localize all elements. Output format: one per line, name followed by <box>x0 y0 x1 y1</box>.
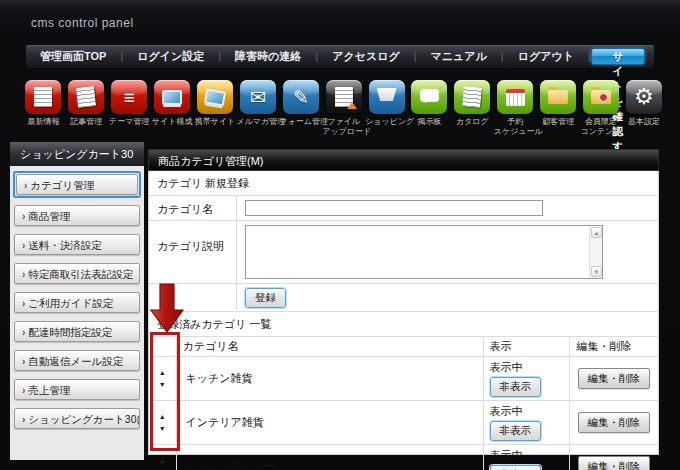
nav-access-log[interactable]: アクセスログ <box>318 49 414 64</box>
nav-manual[interactable]: マニュアル <box>417 49 501 64</box>
sidebar-active-highlight: ›カテゴリ管理 <box>13 171 141 198</box>
scroll-up-icon[interactable]: ▲ <box>591 227 602 238</box>
check-site-button[interactable]: サイトを確認する <box>591 48 645 65</box>
chevron-right-icon: › <box>22 298 25 309</box>
menu-news[interactable]: 最新情報 <box>22 80 65 137</box>
catalog-icon <box>454 80 490 114</box>
sidebar-item-delivery-time[interactable]: ›配達時間指定設定 <box>14 321 140 342</box>
category-name-input[interactable] <box>245 200 543 216</box>
menu-bbs[interactable]: 掲示板 <box>408 80 451 137</box>
hide-button[interactable]: 非表示 <box>490 465 542 470</box>
menu-mobile-site[interactable]: 携帯サイト <box>194 80 237 137</box>
category-name: インテリアグリーン <box>176 445 483 470</box>
sidebar-item-guide[interactable]: ›ご利用ガイド設定 <box>14 292 140 313</box>
menu-basic-settings[interactable]: ⚙ 基本設定 <box>622 80 665 137</box>
move-up-button[interactable]: ▲ <box>159 413 166 420</box>
sidebar-item-products[interactable]: ›商品管理 <box>14 205 140 226</box>
status-label: 表示中 <box>490 448 569 463</box>
file-upload-icon <box>326 80 362 114</box>
chevron-right-icon: › <box>22 414 25 425</box>
articles-icon <box>68 80 104 114</box>
monitor-icon <box>154 80 190 114</box>
register-button[interactable]: 登録 <box>245 288 286 308</box>
category-description-textarea[interactable]: ▲ ▼ <box>245 225 603 279</box>
menu-shopping[interactable]: ショッピング <box>365 80 408 137</box>
sidebar-title: ショッピングカート30 <box>10 142 144 166</box>
app-title: cms control panel <box>31 16 134 30</box>
category-name-label: カテゴリ名 <box>149 196 237 220</box>
menu-catalog[interactable]: カタログ <box>451 80 494 137</box>
customer-folder-icon <box>540 80 576 114</box>
pencil-form-icon: ✎ <box>283 80 319 114</box>
menu-reservation[interactable]: 予約スケジュール <box>494 80 537 137</box>
nav-trouble-contact[interactable]: 障害時の連絡 <box>221 49 315 64</box>
nav-admin-top[interactable]: 管理画面TOP <box>26 49 120 64</box>
move-down-button[interactable]: ▼ <box>159 381 166 388</box>
sidebar: ショッピングカート30 ›カテゴリ管理 ›商品管理 ›送料・決済設定 ›特定商取… <box>10 142 144 460</box>
main-panel: 商品カテゴリ管理(M) カテゴリ 新規登録 カテゴリ名 カテゴリ説明 ▲ ▼ <box>148 149 659 455</box>
move-down-button[interactable]: ▼ <box>159 425 166 432</box>
menu-members-only[interactable]: 会員限定コンテンツ <box>580 80 623 137</box>
edit-delete-button[interactable]: 編集・削除 <box>578 412 651 433</box>
submit-spacer <box>149 284 237 310</box>
menu-forms[interactable]: ✎ フォーム管理 <box>279 80 322 137</box>
category-table: カテゴリ名 表示 編集・削除 ▲ ▼ キッチン雑貨 表示中 非表示 編集・削除 <box>149 337 658 470</box>
edit-column-header: 編集・削除 <box>569 337 658 357</box>
calendar-icon <box>497 80 533 114</box>
menu-file-upload[interactable]: ファイルアップロード <box>322 80 365 137</box>
nav-logout[interactable]: ログアウト <box>504 49 588 64</box>
menu-mailmag[interactable]: ✉ メルマガ管理 <box>236 80 279 137</box>
menu-customers[interactable]: 顧客管理 <box>537 80 580 137</box>
news-icon <box>25 80 61 114</box>
move-up-button[interactable]: ▲ <box>159 457 166 464</box>
sidebar-item-tokushoho[interactable]: ›特定商取引法表記設定 <box>14 263 140 284</box>
top-navbar: 管理画面TOP | ログイン設定 | 障害時の連絡 | アクセスログ | マニュ… <box>25 44 655 69</box>
show-column-header: 表示 <box>483 337 569 357</box>
status-label: 表示中 <box>490 404 569 419</box>
gear-icon: ⚙ <box>626 80 662 114</box>
new-category-section-title: カテゴリ 新規登録 <box>149 171 658 196</box>
menu-theme[interactable]: ≡ テーマ管理 <box>108 80 151 137</box>
table-row: ▲ ▼ インテリア雑貨 表示中 非表示 編集・削除 <box>149 401 658 445</box>
move-up-button[interactable]: ▲ <box>159 369 166 376</box>
table-row: ▲ ▼ インテリアグリーン 表示中 非表示 編集・削除 <box>149 445 658 470</box>
category-desc-label: カテゴリ説明 <box>149 221 237 283</box>
theme-list-icon: ≡ <box>111 80 147 114</box>
category-list-section-title: 登録済みカテゴリ 一覧 <box>149 312 658 337</box>
laptop-icon <box>197 80 233 114</box>
category-name: インテリア雑貨 <box>176 401 483 445</box>
hide-button[interactable]: 非表示 <box>490 377 542 397</box>
status-label: 表示中 <box>490 360 569 375</box>
sidebar-item-shipping-payment[interactable]: ›送料・決済設定 <box>14 234 140 255</box>
sidebar-item-category[interactable]: ›カテゴリ管理 <box>16 174 138 195</box>
chevron-right-icon: › <box>22 327 25 338</box>
chevron-right-icon: › <box>22 240 25 251</box>
menu-site-structure[interactable]: サイト構成 <box>151 80 194 137</box>
menu-articles[interactable]: 記事管理 <box>65 80 108 137</box>
sidebar-item-about[interactable]: ›ショッピングカート30について <box>14 408 140 429</box>
chat-bubbles-icon <box>411 80 447 114</box>
cart-icon <box>369 80 405 114</box>
hide-button[interactable]: 非表示 <box>490 421 542 441</box>
chevron-right-icon: › <box>22 211 25 222</box>
edit-delete-button[interactable]: 編集・削除 <box>578 368 651 389</box>
chevron-right-icon: › <box>22 385 25 396</box>
table-row: ▲ ▼ キッチン雑貨 表示中 非表示 編集・削除 <box>149 357 658 401</box>
scroll-down-icon[interactable]: ▼ <box>591 266 602 277</box>
module-icon-menu: 最新情報 記事管理 ≡ テーマ管理 サイト構成 携帯サイト ✉ メルマガ管理 ✎… <box>22 80 666 137</box>
locked-folder-icon <box>583 80 619 114</box>
mail-icon: ✉ <box>240 80 276 114</box>
textarea-scrollbar[interactable]: ▲ ▼ <box>589 226 602 278</box>
sort-column-header <box>149 337 176 357</box>
chevron-right-icon: › <box>24 180 27 191</box>
nav-login-settings[interactable]: ログイン設定 <box>123 49 218 64</box>
page-title: 商品カテゴリ管理(M) <box>148 149 659 171</box>
name-column-header: カテゴリ名 <box>176 337 483 357</box>
edit-delete-button[interactable]: 編集・削除 <box>578 456 651 470</box>
chevron-right-icon: › <box>22 356 25 367</box>
sidebar-item-sales[interactable]: ›売上管理 <box>14 379 140 400</box>
sidebar-item-auto-reply-mail[interactable]: ›自動返信メール設定 <box>14 350 140 371</box>
chevron-right-icon: › <box>22 269 25 280</box>
category-name: キッチン雑貨 <box>176 357 483 401</box>
